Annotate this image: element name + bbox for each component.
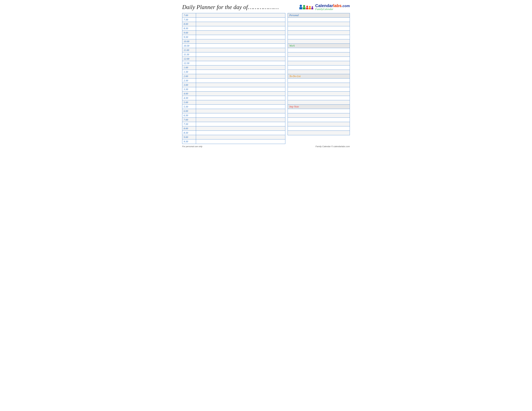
right-row-impnote-1[interactable] — [288, 113, 350, 118]
section-header-impnote: Imp Note — [288, 105, 350, 109]
event-cell[interactable] — [196, 92, 285, 96]
event-cell[interactable] — [196, 65, 285, 70]
event-cell[interactable] — [196, 105, 285, 109]
event-cell[interactable] — [196, 70, 285, 74]
right-row-work-1[interactable] — [288, 52, 350, 57]
time-cell: 11:00 — [182, 48, 196, 52]
logo-icon-row: Calendarlabs.com FamilyCalendar — [299, 3, 350, 11]
event-cell[interactable] — [196, 48, 285, 52]
event-cell[interactable] — [196, 131, 285, 135]
event-cell[interactable] — [196, 39, 285, 44]
footer-left: For personal use only — [182, 145, 202, 148]
logo-dotcom: .com — [342, 4, 350, 8]
right-row-impnote-0[interactable] — [288, 109, 350, 113]
time-cell: 3:00 — [182, 83, 196, 87]
schedule-row: 12:30 — [182, 61, 285, 65]
event-cell[interactable] — [196, 83, 285, 87]
event-cell[interactable] — [196, 109, 285, 113]
event-cell[interactable] — [196, 100, 285, 104]
main-content: 7:007:308:008:309:009:3010:0010:3011:001… — [182, 13, 350, 144]
event-cell[interactable] — [196, 13, 285, 17]
person-body-5 — [311, 8, 313, 9]
page-header: Daily Planner for the day of……………… — [182, 3, 350, 11]
event-cell[interactable] — [196, 52, 285, 56]
time-cell: 9:30 — [182, 140, 196, 144]
schedule-row: 12:00 — [182, 57, 285, 61]
right-row-impnote-5[interactable] — [288, 131, 350, 135]
event-cell[interactable] — [196, 74, 285, 78]
person-icon-1 — [299, 5, 302, 9]
schedule-row: 6:00 — [182, 109, 285, 113]
event-cell[interactable] — [196, 96, 285, 100]
time-cell: 12:30 — [182, 61, 196, 65]
time-cell: 4:30 — [182, 96, 196, 100]
person-icon-2 — [303, 5, 305, 9]
event-cell[interactable] — [196, 22, 285, 26]
event-cell[interactable] — [196, 126, 285, 131]
event-cell[interactable] — [196, 26, 285, 30]
right-row-work-5[interactable] — [288, 70, 350, 74]
event-cell[interactable] — [196, 44, 285, 48]
schedule-row: 9:30 — [182, 140, 285, 144]
right-row-impnote-3[interactable] — [288, 122, 350, 126]
person-body-2 — [303, 7, 305, 9]
time-cell: 2:00 — [182, 74, 196, 78]
right-row-personal-2[interactable] — [288, 26, 350, 31]
section-header-work: Work — [288, 44, 350, 48]
person-head-5 — [312, 6, 313, 8]
schedule-row: 10:30 — [182, 44, 285, 48]
time-cell: 7:00 — [182, 118, 196, 122]
schedule-row: 5:30 — [182, 105, 285, 109]
right-row-personal-0[interactable] — [288, 18, 350, 22]
event-cell[interactable] — [196, 113, 285, 118]
event-cell[interactable] — [196, 18, 285, 22]
time-cell: 8:00 — [182, 22, 196, 26]
time-cell: 12:00 — [182, 57, 196, 61]
right-row-todo-2[interactable] — [288, 87, 350, 92]
right-row-work-0[interactable] — [288, 48, 350, 52]
time-cell: 7:00 — [182, 13, 196, 17]
schedule-row: 8:30 — [182, 131, 285, 135]
event-cell[interactable] — [196, 57, 285, 61]
schedule-row: 11:00 — [182, 48, 285, 52]
person-icon-5 — [311, 6, 313, 9]
time-cell: 10:30 — [182, 44, 196, 48]
right-row-work-4[interactable] — [288, 65, 350, 70]
event-cell[interactable] — [196, 87, 285, 91]
logo-area: Calendarlabs.com FamilyCalendar — [299, 3, 350, 11]
section-header-personal: Personal — [288, 13, 350, 18]
right-row-work-2[interactable] — [288, 57, 350, 61]
right-row-impnote-2[interactable] — [288, 118, 350, 122]
right-row-todo-3[interactable] — [288, 92, 350, 96]
schedule-row: 2:00 — [182, 74, 285, 78]
schedule-row: 9:00 — [182, 135, 285, 140]
schedule-row: 10:00 — [182, 39, 285, 44]
right-row-personal-4[interactable] — [288, 35, 350, 39]
event-cell[interactable] — [196, 135, 285, 139]
right-row-todo-4[interactable] — [288, 96, 350, 100]
schedule-row: 8:00 — [182, 22, 285, 26]
section-label-impnote: Imp Note — [289, 105, 299, 108]
event-cell[interactable] — [196, 118, 285, 122]
right-row-todo-1[interactable] — [288, 83, 350, 87]
right-row-personal-1[interactable] — [288, 22, 350, 26]
event-cell[interactable] — [196, 122, 285, 126]
event-cell[interactable] — [196, 61, 285, 65]
event-cell[interactable] — [196, 78, 285, 83]
event-cell[interactable] — [196, 31, 285, 35]
time-cell: 8:30 — [182, 131, 196, 135]
right-row-todo-5[interactable] — [288, 100, 350, 105]
schedule-row: 8:00 — [182, 126, 285, 131]
time-cell: 9:00 — [182, 135, 196, 139]
footer-right: Family Calendar © calendarlabs.com — [315, 145, 350, 148]
right-row-personal-3[interactable] — [288, 31, 350, 35]
right-row-personal-5[interactable] — [288, 39, 350, 44]
event-cell[interactable] — [196, 140, 285, 144]
right-row-impnote-4[interactable] — [288, 126, 350, 131]
right-row-todo-0[interactable] — [288, 78, 350, 83]
right-row-work-3[interactable] — [288, 61, 350, 65]
time-cell: 1:00 — [182, 65, 196, 70]
event-cell[interactable] — [196, 35, 285, 39]
schedule-row: 9:00 — [182, 31, 285, 35]
section-label-work: Work — [289, 44, 295, 47]
